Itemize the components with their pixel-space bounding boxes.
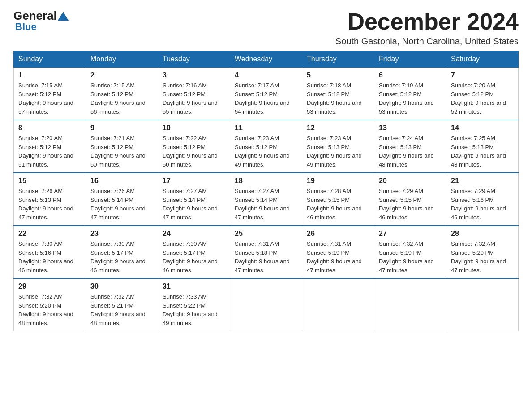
week-row-4: 22Sunrise: 7:30 AMSunset: 5:16 PMDayligh… [14,226,519,278]
calendar-cell: 26Sunrise: 7:31 AMSunset: 5:19 PMDayligh… [302,226,374,278]
calendar-cell: 1Sunrise: 7:15 AMSunset: 5:12 PMDaylight… [14,67,86,120]
calendar-cell: 16Sunrise: 7:26 AMSunset: 5:14 PMDayligh… [86,173,158,226]
day-info: Sunrise: 7:26 AMSunset: 5:14 PMDaylight:… [90,187,153,222]
header-row: SundayMondayTuesdayWednesdayThursdayFrid… [14,51,519,68]
header-day-wednesday: Wednesday [230,51,302,68]
header-day-monday: Monday [86,51,158,68]
day-number: 6 [379,71,442,79]
day-number: 18 [235,177,297,185]
calendar-cell: 18Sunrise: 7:27 AMSunset: 5:14 PMDayligh… [230,173,302,226]
day-number: 25 [235,230,297,238]
calendar-cell: 31Sunrise: 7:33 AMSunset: 5:22 PMDayligh… [158,278,230,331]
day-info: Sunrise: 7:21 AMSunset: 5:12 PMDaylight:… [90,134,153,169]
day-info: Sunrise: 7:15 AMSunset: 5:12 PMDaylight:… [90,81,153,116]
day-info: Sunrise: 7:30 AMSunset: 5:17 PMDaylight:… [163,240,225,274]
page-header: General Blue December 2024 South Gastoni… [13,9,519,47]
calendar-cell: 8Sunrise: 7:20 AMSunset: 5:12 PMDaylight… [14,120,86,173]
day-info: Sunrise: 7:20 AMSunset: 5:12 PMDaylight:… [18,134,81,169]
calendar-cell [230,278,302,331]
day-number: 9 [90,124,153,132]
calendar-cell: 11Sunrise: 7:23 AMSunset: 5:12 PMDayligh… [230,120,302,173]
calendar-cell: 24Sunrise: 7:30 AMSunset: 5:17 PMDayligh… [158,226,230,278]
day-info: Sunrise: 7:29 AMSunset: 5:15 PMDaylight:… [379,187,442,222]
logo-triangle-icon [58,12,69,21]
day-number: 26 [307,230,369,238]
calendar-cell: 12Sunrise: 7:23 AMSunset: 5:13 PMDayligh… [302,120,374,173]
day-number: 30 [90,283,153,291]
header-day-saturday: Saturday [446,51,519,68]
day-info: Sunrise: 7:23 AMSunset: 5:13 PMDaylight:… [307,134,369,169]
logo: General Blue [13,9,69,33]
calendar-cell: 2Sunrise: 7:15 AMSunset: 5:12 PMDaylight… [86,67,158,120]
header-day-sunday: Sunday [14,51,86,68]
title-area: December 2024 South Gastonia, North Caro… [335,9,519,47]
day-number: 17 [163,177,225,185]
day-number: 19 [307,177,369,185]
day-info: Sunrise: 7:24 AMSunset: 5:13 PMDaylight:… [379,134,442,169]
calendar-cell: 3Sunrise: 7:16 AMSunset: 5:12 PMDaylight… [158,67,230,120]
day-number: 16 [90,177,153,185]
week-row-3: 15Sunrise: 7:26 AMSunset: 5:13 PMDayligh… [14,173,519,226]
day-number: 20 [379,177,442,185]
day-info: Sunrise: 7:26 AMSunset: 5:13 PMDaylight:… [18,187,81,222]
day-info: Sunrise: 7:27 AMSunset: 5:14 PMDaylight:… [235,187,297,222]
calendar-cell: 20Sunrise: 7:29 AMSunset: 5:15 PMDayligh… [374,173,446,226]
day-number: 13 [379,124,442,132]
week-row-5: 29Sunrise: 7:32 AMSunset: 5:20 PMDayligh… [14,278,519,331]
calendar-cell [446,278,519,331]
week-row-2: 8Sunrise: 7:20 AMSunset: 5:12 PMDaylight… [14,120,519,173]
day-info: Sunrise: 7:32 AMSunset: 5:20 PMDaylight:… [18,292,81,327]
day-info: Sunrise: 7:33 AMSunset: 5:22 PMDaylight:… [163,292,225,327]
day-info: Sunrise: 7:31 AMSunset: 5:18 PMDaylight:… [235,240,297,274]
day-number: 8 [18,124,81,132]
calendar-body: 1Sunrise: 7:15 AMSunset: 5:12 PMDaylight… [14,67,519,331]
calendar-cell: 7Sunrise: 7:20 AMSunset: 5:12 PMDaylight… [446,67,519,120]
calendar-cell [302,278,374,331]
calendar-cell: 27Sunrise: 7:32 AMSunset: 5:19 PMDayligh… [374,226,446,278]
day-info: Sunrise: 7:32 AMSunset: 5:20 PMDaylight:… [451,240,514,274]
day-info: Sunrise: 7:32 AMSunset: 5:19 PMDaylight:… [379,240,442,274]
day-number: 24 [163,230,225,238]
day-number: 4 [235,71,297,79]
calendar-cell: 21Sunrise: 7:29 AMSunset: 5:16 PMDayligh… [446,173,519,226]
location-subtitle: South Gastonia, North Carolina, United S… [335,36,519,47]
month-year-title: December 2024 [335,9,519,34]
calendar-cell [374,278,446,331]
calendar-cell: 9Sunrise: 7:21 AMSunset: 5:12 PMDaylight… [86,120,158,173]
day-number: 28 [451,230,514,238]
calendar-cell: 13Sunrise: 7:24 AMSunset: 5:13 PMDayligh… [374,120,446,173]
day-number: 3 [163,71,225,79]
day-number: 2 [90,71,153,79]
calendar-cell: 22Sunrise: 7:30 AMSunset: 5:16 PMDayligh… [14,226,86,278]
day-info: Sunrise: 7:20 AMSunset: 5:12 PMDaylight:… [451,81,514,116]
day-number: 31 [163,283,225,291]
calendar-cell: 14Sunrise: 7:25 AMSunset: 5:13 PMDayligh… [446,120,519,173]
day-info: Sunrise: 7:32 AMSunset: 5:21 PMDaylight:… [90,292,153,327]
calendar-cell: 19Sunrise: 7:28 AMSunset: 5:15 PMDayligh… [302,173,374,226]
day-number: 22 [18,230,81,238]
header-day-tuesday: Tuesday [158,51,230,68]
day-info: Sunrise: 7:30 AMSunset: 5:17 PMDaylight:… [90,240,153,274]
day-info: Sunrise: 7:16 AMSunset: 5:12 PMDaylight:… [163,81,225,116]
day-number: 12 [307,124,369,132]
calendar-cell: 25Sunrise: 7:31 AMSunset: 5:18 PMDayligh… [230,226,302,278]
day-number: 29 [18,283,81,291]
day-info: Sunrise: 7:27 AMSunset: 5:14 PMDaylight:… [163,187,225,222]
day-info: Sunrise: 7:19 AMSunset: 5:12 PMDaylight:… [379,81,442,116]
day-number: 27 [379,230,442,238]
header-day-thursday: Thursday [302,51,374,68]
day-info: Sunrise: 7:31 AMSunset: 5:19 PMDaylight:… [307,240,369,274]
day-number: 7 [451,71,514,79]
calendar-cell: 6Sunrise: 7:19 AMSunset: 5:12 PMDaylight… [374,67,446,120]
day-info: Sunrise: 7:15 AMSunset: 5:12 PMDaylight:… [18,81,81,116]
day-info: Sunrise: 7:22 AMSunset: 5:12 PMDaylight:… [163,134,225,169]
day-number: 14 [451,124,514,132]
day-info: Sunrise: 7:28 AMSunset: 5:15 PMDaylight:… [307,187,369,222]
day-info: Sunrise: 7:29 AMSunset: 5:16 PMDaylight:… [451,187,514,222]
day-info: Sunrise: 7:17 AMSunset: 5:12 PMDaylight:… [235,81,297,116]
day-info: Sunrise: 7:30 AMSunset: 5:16 PMDaylight:… [18,240,81,274]
week-row-1: 1Sunrise: 7:15 AMSunset: 5:12 PMDaylight… [14,67,519,120]
calendar-cell: 4Sunrise: 7:17 AMSunset: 5:12 PMDaylight… [230,67,302,120]
calendar-cell: 10Sunrise: 7:22 AMSunset: 5:12 PMDayligh… [158,120,230,173]
day-number: 1 [18,71,81,79]
